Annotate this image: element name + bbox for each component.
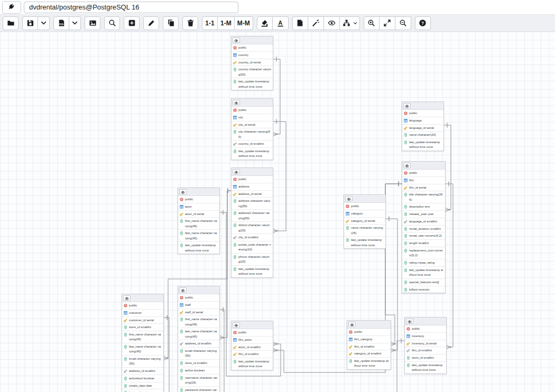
save-dropdown-button[interactable] <box>38 16 50 30</box>
toggle-details-button[interactable] <box>179 287 187 293</box>
clone-table-button[interactable] <box>163 16 179 30</box>
column-row[interactable]: film_id smallint <box>347 343 391 351</box>
table-node-language[interactable]: publiclanguagelanguage_id serialname cha… <box>402 101 444 151</box>
schema-row[interactable]: public <box>232 44 273 52</box>
column-row[interactable]: film_id smallint <box>405 347 446 354</box>
column-row[interactable]: special_features text[] <box>402 279 445 286</box>
column-row[interactable]: address_id smallint <box>178 340 219 348</box>
save-project-button[interactable] <box>22 16 38 30</box>
toggle-details-button[interactable] <box>403 103 411 108</box>
column-row[interactable]: address character varying(50) <box>232 198 273 210</box>
schema-row[interactable]: public <box>402 170 445 177</box>
table-name-row[interactable]: language <box>402 117 443 125</box>
table-node-customer[interactable]: publiccustomercustomer_id serialstore_id… <box>122 294 164 392</box>
column-row[interactable]: address_id serial <box>232 191 273 198</box>
zoom-out-button[interactable] <box>395 16 411 30</box>
table-node-actor[interactable]: publicactoractor_id serialfirst_name cha… <box>178 188 220 254</box>
column-row[interactable]: name character varying(25) <box>344 225 385 237</box>
one-to-one-button[interactable]: 1-1 <box>202 16 218 30</box>
column-row[interactable]: last_update timestamp without time zone <box>344 237 385 248</box>
open-project-button[interactable] <box>3 16 18 30</box>
search-button[interactable] <box>104 16 120 30</box>
column-row[interactable]: address_id smallint <box>122 368 163 375</box>
column-row[interactable]: country character varying(50) <box>232 66 273 78</box>
erd-canvas[interactable] <box>0 32 555 392</box>
table-name-row[interactable]: actor <box>178 203 219 211</box>
one-to-many-button[interactable]: 1-M <box>218 16 235 30</box>
column-row[interactable]: first_name character varying(45) <box>178 218 219 230</box>
auto-align-button[interactable] <box>308 16 324 30</box>
column-row[interactable]: film_id serial <box>402 184 445 192</box>
column-row[interactable]: last_name character varying(45) <box>178 230 219 242</box>
change-layout-button[interactable] <box>340 16 360 30</box>
column-row[interactable]: rental_rate numeric(4,2) <box>402 232 445 240</box>
column-row[interactable]: first_name character varying(45) <box>178 316 219 328</box>
table-node-film_category[interactable]: publicfilm_categoryfilm_id smallintcateg… <box>347 320 391 370</box>
table-node-city[interactable]: publiccitycity_id serialcity character v… <box>231 98 273 160</box>
table-name-row[interactable]: staff <box>178 302 219 309</box>
column-row[interactable]: email character varying(50) <box>178 348 219 360</box>
schema-row[interactable]: public <box>402 110 443 117</box>
column-row[interactable]: country_id smallint <box>232 141 273 148</box>
table-node-film[interactable]: publicfilmfilm_id serialtitle character … <box>402 161 446 293</box>
column-row[interactable]: city_id serial <box>232 122 273 129</box>
column-row[interactable]: create_date date <box>122 382 163 390</box>
schema-row[interactable]: public <box>232 176 273 183</box>
table-node-country[interactable]: publiccountrycountry_id serialcountry ch… <box>231 36 273 90</box>
table-node-film_actor[interactable]: publicfilm_actoractor_id smallintfilm_id… <box>231 321 273 370</box>
column-row[interactable]: length smallint <box>402 240 445 247</box>
column-row[interactable]: district character varying(20) <box>232 222 273 234</box>
zoom-in-button[interactable] <box>364 16 380 30</box>
column-row[interactable]: title character varying(255) <box>402 191 445 203</box>
column-row[interactable]: city_id smallint <box>232 234 273 241</box>
column-row[interactable]: last_update timestamp without time zone <box>232 78 273 90</box>
table-name-row[interactable]: customer <box>122 310 163 317</box>
column-row[interactable]: last_update timestamp without time zone <box>232 148 273 160</box>
toggle-details-button[interactable] <box>179 189 187 194</box>
column-row[interactable]: phone character varying(20) <box>232 254 273 266</box>
table-node-address[interactable]: publicaddressaddress_id serialaddress ch… <box>231 167 273 278</box>
toggle-details-button[interactable] <box>403 163 411 168</box>
table-name-row[interactable]: film_actor <box>232 337 273 344</box>
column-row[interactable]: film_id smallint <box>232 351 273 358</box>
column-row[interactable]: store_id smallint <box>405 354 446 362</box>
add-table-button[interactable] <box>124 16 140 30</box>
schema-row[interactable]: public <box>178 196 219 203</box>
many-to-many-button[interactable]: M-M <box>235 16 253 30</box>
column-row[interactable]: actor_id smallint <box>232 344 273 351</box>
schema-row[interactable]: public <box>178 294 219 302</box>
column-row[interactable]: city character varying(50) <box>232 128 273 141</box>
text-color-button[interactable]: A <box>273 16 289 30</box>
diagram-title[interactable]: dvdrental/postgres@PostgreSQL 16 <box>24 2 238 13</box>
help-button[interactable]: ? <box>415 16 431 30</box>
toggle-details-button[interactable] <box>406 319 413 324</box>
schema-row[interactable]: public <box>344 203 385 210</box>
column-row[interactable]: last_update timestamp without time zone <box>402 139 443 151</box>
column-row[interactable]: postal_code character varying(10) <box>232 241 273 254</box>
schema-row[interactable]: public <box>122 302 163 310</box>
fill-color-button[interactable] <box>257 16 273 30</box>
toggle-details-button[interactable] <box>345 196 353 201</box>
table-name-row[interactable]: address <box>232 183 273 191</box>
column-row[interactable]: staff_id serial <box>178 309 219 316</box>
column-row[interactable]: last_name character varying(45) <box>122 343 163 356</box>
column-row[interactable]: last_update timestamp without time zone <box>347 358 391 369</box>
column-row[interactable]: last_update timestamp without time zone <box>232 266 273 277</box>
table-name-row[interactable]: inventory <box>405 333 446 340</box>
column-row[interactable]: inventory_id serial <box>405 340 446 348</box>
column-row[interactable]: rental_duration smallint <box>402 226 445 233</box>
column-row[interactable]: activebool boolean <box>122 375 163 382</box>
column-row[interactable]: address2 character varying(50) <box>232 210 273 222</box>
column-row[interactable]: password character varying(40) <box>178 387 219 392</box>
sql-dropdown-button[interactable] <box>69 16 81 30</box>
toggle-details-button[interactable] <box>233 169 240 174</box>
column-row[interactable]: active boolean <box>178 367 219 375</box>
show-details-button[interactable] <box>324 16 340 30</box>
table-name-row[interactable]: film_category <box>347 336 391 343</box>
column-row[interactable]: fulltext tsvector <box>402 286 445 293</box>
column-row[interactable]: username character varying(16) <box>178 375 219 387</box>
column-row[interactable]: language_id smallint <box>402 218 445 226</box>
schema-row[interactable]: public <box>232 107 273 114</box>
column-row[interactable]: last_update timestamp without time zone <box>405 362 446 374</box>
table-name-row[interactable]: film <box>402 177 445 184</box>
